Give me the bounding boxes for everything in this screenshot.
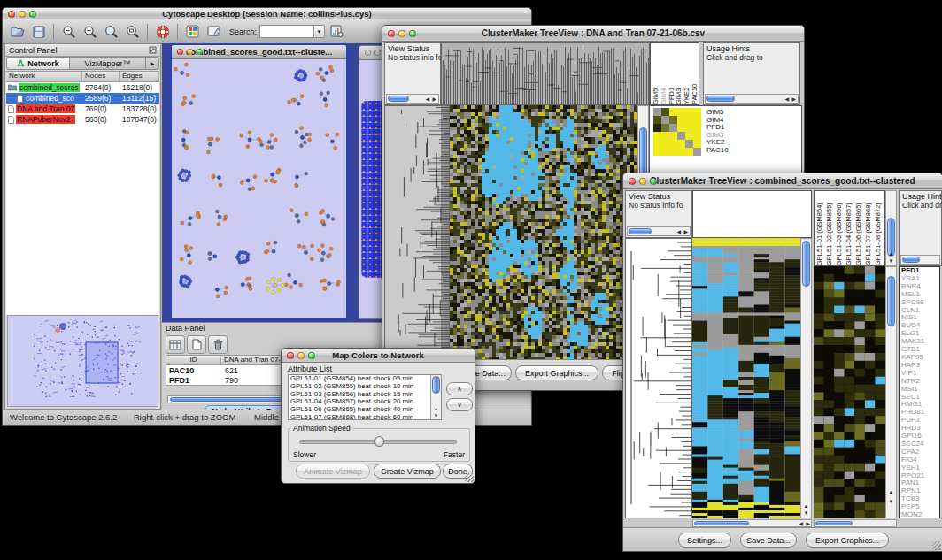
tv2-titlebar[interactable]: ClusterMaker TreeView : combined_scores_… bbox=[623, 173, 942, 189]
scrollbar-thumb[interactable] bbox=[706, 96, 735, 102]
matrix-cell[interactable] bbox=[653, 140, 661, 148]
scroll-up-icon[interactable]: ▲ bbox=[886, 250, 896, 257]
row-label[interactable]: PAC10 bbox=[706, 147, 729, 155]
matrix-cell[interactable] bbox=[661, 124, 669, 132]
matrix-cell[interactable] bbox=[693, 148, 701, 156]
move-down-button[interactable]: ∨ bbox=[446, 398, 473, 411]
network-frame-combined-scores[interactable]: combined_scores_good.txt--cluste... bbox=[170, 43, 348, 320]
treeview-button[interactable]: Export Graphics... bbox=[515, 365, 598, 380]
attribute-list-vscrollbar[interactable]: ▲ ▼ bbox=[430, 375, 441, 419]
tv2-gene-labels[interactable]: PFD1YRA1RNR4MSL1SPC98CLN1NIS1BUD4ELG1MAK… bbox=[899, 266, 940, 518]
tv1-zoom-matrix[interactable] bbox=[653, 108, 701, 156]
tv1-row-labels[interactable]: GIM5GIM4PFD1GIM3YKE2PAC10 bbox=[706, 109, 729, 154]
scrollbar-thumb[interactable] bbox=[694, 521, 749, 525]
usage-hints-hscrollbar[interactable] bbox=[900, 255, 940, 265]
matrix-cell[interactable] bbox=[653, 148, 661, 156]
animation-speed-slider[interactable] bbox=[299, 440, 457, 444]
tab-network[interactable]: Network bbox=[6, 57, 70, 70]
network-table-row[interactable]: combined_scores2764(0)16218(0) bbox=[6, 82, 159, 93]
scroll-left-icon[interactable]: ◀ bbox=[425, 96, 429, 103]
scroll-left-icon[interactable]: ◀ bbox=[784, 96, 789, 103]
tv2-zoom-heatmap[interactable] bbox=[814, 266, 885, 518]
matrix-cell[interactable] bbox=[661, 148, 669, 156]
column-header-id[interactable]: ID bbox=[166, 356, 221, 364]
matrix-cell[interactable] bbox=[677, 148, 685, 156]
scrollbar-thumb[interactable] bbox=[802, 241, 810, 287]
network-frame1-titlebar[interactable]: combined_scores_good.txt--cluste... bbox=[172, 45, 346, 59]
matrix-cell[interactable] bbox=[669, 132, 677, 140]
zoom-in-icon[interactable] bbox=[81, 22, 99, 41]
tv1-column-dendrogram[interactable] bbox=[441, 42, 650, 105]
tab-overflow-arrow[interactable]: ▶ bbox=[146, 57, 159, 70]
attribute-select-icon[interactable] bbox=[166, 335, 185, 354]
new-attribute-icon[interactable] bbox=[187, 335, 206, 354]
matrix-cell[interactable] bbox=[693, 108, 701, 116]
matrix-cell[interactable] bbox=[669, 108, 677, 116]
tv2-row-dendrogram[interactable] bbox=[625, 238, 692, 518]
zoom-button[interactable] bbox=[29, 11, 36, 18]
tv1-column-labels[interactable]: GIM5GIM4PFD1GIM3YKE2PAC10 bbox=[650, 42, 699, 105]
float-panel-icon[interactable] bbox=[149, 46, 157, 54]
close-button[interactable] bbox=[365, 50, 371, 56]
zoom-fit-icon[interactable] bbox=[102, 22, 120, 41]
treeview-button[interactable]: Settings... bbox=[678, 533, 731, 548]
matrix-cell[interactable] bbox=[685, 108, 693, 116]
column-header-edges[interactable]: Edges bbox=[120, 72, 159, 81]
scrollbar-thumb[interactable] bbox=[432, 376, 440, 394]
network-overview[interactable] bbox=[7, 315, 158, 407]
close-button[interactable] bbox=[629, 178, 636, 185]
scroll-down-icon[interactable]: ▼ bbox=[886, 498, 896, 505]
search-settings-icon[interactable] bbox=[328, 22, 346, 41]
tv2-heatmap-vscrollbar[interactable]: ▲ ▼ bbox=[800, 238, 812, 518]
slider-thumb[interactable] bbox=[374, 436, 384, 447]
minimize-button[interactable] bbox=[297, 352, 305, 359]
tv2-zoom-hscrollbar[interactable] bbox=[814, 519, 897, 527]
matrix-cell[interactable] bbox=[669, 148, 677, 156]
matrix-cell[interactable] bbox=[685, 124, 693, 132]
matrix-cell[interactable] bbox=[677, 140, 685, 148]
matrix-cell[interactable] bbox=[669, 124, 677, 132]
scrollbar-thumb[interactable] bbox=[629, 228, 652, 234]
resize-grip[interactable] bbox=[465, 473, 474, 482]
matrix-cell[interactable] bbox=[677, 116, 685, 124]
view-status-hscrollbar[interactable]: ◀ ▶ bbox=[386, 94, 439, 104]
zoom-button[interactable] bbox=[308, 352, 315, 359]
scrollbar-thumb[interactable] bbox=[887, 276, 895, 326]
scrollbar-thumb[interactable] bbox=[902, 257, 920, 263]
matrix-cell[interactable] bbox=[653, 132, 661, 140]
matrix-cell[interactable] bbox=[677, 108, 685, 116]
move-up-button[interactable]: ∧ bbox=[446, 382, 473, 395]
matrix-cell[interactable] bbox=[693, 140, 701, 148]
zoom-out-icon[interactable] bbox=[59, 22, 78, 41]
treeview-button[interactable]: Save Data... bbox=[740, 533, 797, 548]
close-button[interactable] bbox=[388, 30, 395, 37]
resize-grip[interactable] bbox=[932, 541, 941, 550]
column-label[interactable]: GPL51-07 (GSM868) bbox=[864, 191, 874, 265]
matrix-cell[interactable] bbox=[661, 140, 669, 148]
attribute-item[interactable]: GPL51-07 (GSM868) heat shock 60 min bbox=[289, 414, 441, 420]
matrix-cell[interactable] bbox=[661, 108, 669, 116]
tv1-global-heatmap[interactable] bbox=[450, 105, 637, 360]
network-table-row[interactable]: RNAPuberNov2+563(0)107847(0) bbox=[6, 114, 159, 125]
column-label[interactable]: YKE2 bbox=[683, 43, 691, 104]
column-label[interactable]: GIM4 bbox=[660, 43, 668, 104]
close-button[interactable] bbox=[8, 11, 15, 18]
column-label[interactable]: GPL51-01 (GSM854) bbox=[815, 191, 825, 265]
scroll-up-icon[interactable]: ▲ bbox=[886, 488, 896, 495]
zoom-button[interactable] bbox=[197, 49, 203, 55]
matrix-cell[interactable] bbox=[693, 124, 701, 132]
matrix-cell[interactable] bbox=[693, 116, 701, 124]
save-icon[interactable] bbox=[29, 22, 48, 41]
gene-label[interactable]: MON2 bbox=[900, 511, 939, 518]
scroll-left-icon[interactable]: ◀ bbox=[676, 228, 681, 235]
zoom-button[interactable] bbox=[650, 178, 657, 185]
minimize-button[interactable] bbox=[19, 11, 26, 18]
column-label[interactable]: GIM3 bbox=[675, 43, 683, 104]
search-input[interactable] bbox=[259, 25, 313, 38]
matrix-cell[interactable] bbox=[685, 132, 693, 140]
matrix-cell[interactable] bbox=[677, 132, 685, 140]
scroll-up-icon[interactable]: ▲ bbox=[801, 502, 811, 510]
minimize-button[interactable] bbox=[639, 178, 646, 185]
matrix-cell[interactable] bbox=[661, 132, 669, 140]
matrix-cell[interactable] bbox=[669, 116, 677, 124]
